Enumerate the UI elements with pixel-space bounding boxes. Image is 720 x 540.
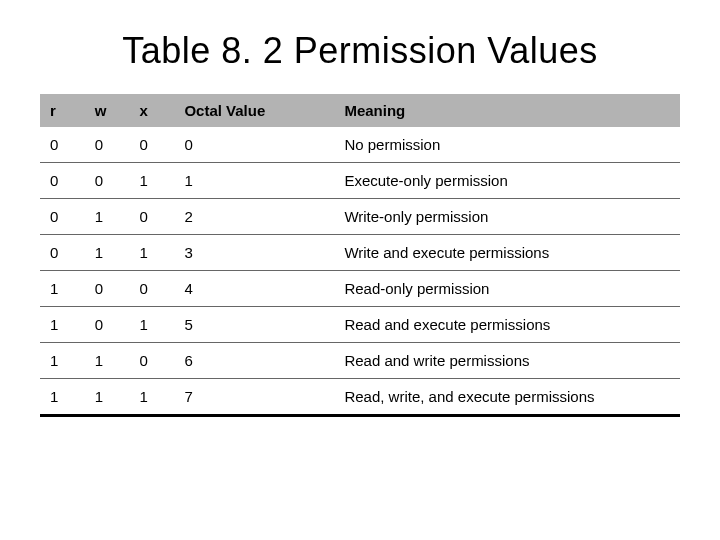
table-row: 0 0 0 0 No permission xyxy=(40,127,680,163)
cell-octal: 5 xyxy=(174,307,334,343)
table-row: 0 1 1 3 Write and execute permissions xyxy=(40,235,680,271)
cell-x: 0 xyxy=(130,343,175,379)
table-row: 1 0 1 5 Read and execute permissions xyxy=(40,307,680,343)
page: Table 8. 2 Permission Values r w x Octal… xyxy=(0,0,720,417)
cell-meaning: Write-only permission xyxy=(334,199,680,235)
cell-r: 1 xyxy=(40,343,85,379)
cell-octal: 0 xyxy=(174,127,334,163)
table-row: 0 1 0 2 Write-only permission xyxy=(40,199,680,235)
col-header-w: w xyxy=(85,94,130,127)
cell-w: 1 xyxy=(85,235,130,271)
cell-octal: 7 xyxy=(174,379,334,416)
table-header: r w x Octal Value Meaning xyxy=(40,94,680,127)
cell-x: 1 xyxy=(130,307,175,343)
cell-meaning: Read and write permissions xyxy=(334,343,680,379)
cell-w: 1 xyxy=(85,199,130,235)
col-header-octal: Octal Value xyxy=(174,94,334,127)
cell-r: 0 xyxy=(40,163,85,199)
cell-r: 0 xyxy=(40,199,85,235)
col-header-meaning: Meaning xyxy=(334,94,680,127)
cell-r: 1 xyxy=(40,271,85,307)
cell-x: 0 xyxy=(130,199,175,235)
cell-w: 1 xyxy=(85,379,130,416)
cell-w: 0 xyxy=(85,163,130,199)
cell-meaning: Read, write, and execute permissions xyxy=(334,379,680,416)
cell-octal: 4 xyxy=(174,271,334,307)
cell-w: 0 xyxy=(85,307,130,343)
cell-meaning: No permission xyxy=(334,127,680,163)
cell-octal: 6 xyxy=(174,343,334,379)
cell-octal: 1 xyxy=(174,163,334,199)
cell-meaning: Read-only permission xyxy=(334,271,680,307)
col-header-x: x xyxy=(130,94,175,127)
cell-w: 0 xyxy=(85,127,130,163)
cell-r: 1 xyxy=(40,307,85,343)
cell-x: 1 xyxy=(130,379,175,416)
table-row: 1 1 0 6 Read and write permissions xyxy=(40,343,680,379)
cell-r: 0 xyxy=(40,235,85,271)
cell-meaning: Execute-only permission xyxy=(334,163,680,199)
cell-meaning: Read and execute permissions xyxy=(334,307,680,343)
permissions-table: r w x Octal Value Meaning 0 0 0 0 No per… xyxy=(40,94,680,417)
table-row: 1 0 0 4 Read-only permission xyxy=(40,271,680,307)
cell-octal: 2 xyxy=(174,199,334,235)
cell-x: 1 xyxy=(130,235,175,271)
cell-r: 0 xyxy=(40,127,85,163)
table-row: 1 1 1 7 Read, write, and execute permiss… xyxy=(40,379,680,416)
cell-w: 0 xyxy=(85,271,130,307)
cell-x: 1 xyxy=(130,163,175,199)
cell-x: 0 xyxy=(130,127,175,163)
table-row: 0 0 1 1 Execute-only permission xyxy=(40,163,680,199)
col-header-r: r xyxy=(40,94,85,127)
cell-r: 1 xyxy=(40,379,85,416)
page-title: Table 8. 2 Permission Values xyxy=(40,30,680,72)
cell-w: 1 xyxy=(85,343,130,379)
cell-octal: 3 xyxy=(174,235,334,271)
cell-x: 0 xyxy=(130,271,175,307)
cell-meaning: Write and execute permissions xyxy=(334,235,680,271)
